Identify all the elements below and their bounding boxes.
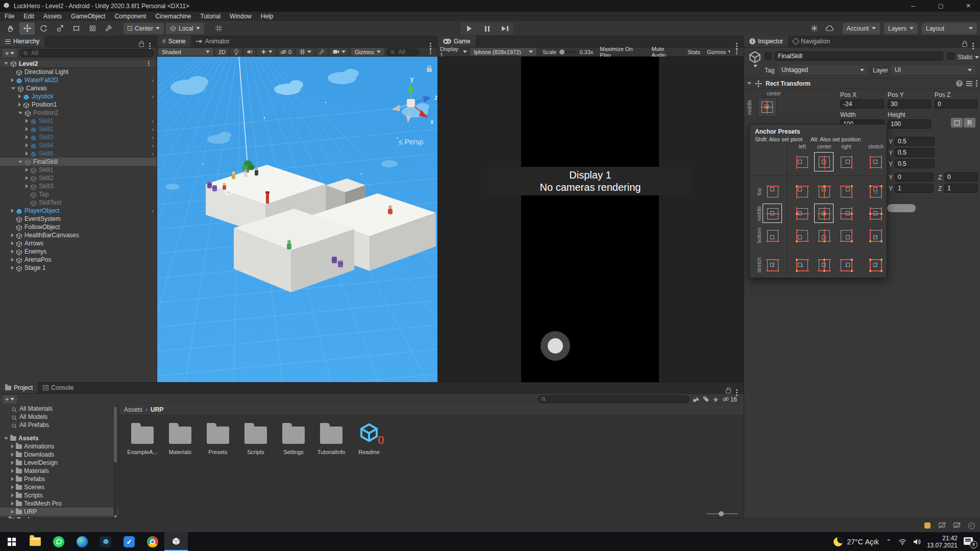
menu-item-help[interactable]: Help — [256, 12, 278, 21]
unity-taskbar-icon[interactable] — [164, 532, 188, 551]
layer-dropdown[interactable]: UI — [891, 65, 975, 74]
partial-button[interactable] — [887, 204, 916, 212]
anchor-preset-col-stretch[interactable]: ↔ — [867, 154, 885, 171]
rect-tool-icon[interactable] — [68, 22, 84, 35]
hierarchy-item-skill2[interactable]: Skill2› — [0, 125, 157, 133]
tray-expand-icon[interactable]: ⌃ — [886, 538, 891, 545]
maximize-on-play-button[interactable]: Maximize On Play — [596, 48, 645, 56]
anchor-thumbnail[interactable] — [757, 97, 777, 117]
anchor-preset-middle-stretch[interactable]: ↔ — [867, 205, 885, 222]
hierarchy-item-skill1[interactable]: Skill1› — [0, 117, 157, 125]
anchor-preset-top-center[interactable] — [816, 183, 833, 201]
action-center-icon[interactable]: 8 — [964, 537, 973, 546]
menu-item-tutorial[interactable]: Tutorial — [196, 12, 226, 21]
hierarchy-item-position2[interactable]: Position2 — [0, 109, 157, 117]
scale-slider[interactable] — [559, 52, 576, 53]
anchor-preset-row-bottom[interactable] — [764, 227, 781, 244]
anchor-preset-bottom-right[interactable] — [838, 227, 855, 244]
volume-icon[interactable] — [913, 538, 921, 545]
tab-inspector[interactable]: i Inspector — [744, 36, 788, 47]
pause-button[interactable] — [478, 22, 496, 35]
project-item-examplea-[interactable]: ExampleA... — [126, 422, 159, 455]
start-button[interactable] — [0, 532, 23, 551]
project-tree-assets-root[interactable]: Assets — [0, 434, 118, 442]
layers-dropdown[interactable]: Layers — [884, 23, 918, 34]
project-favorite-all-prefabs[interactable]: All Prefabs — [0, 421, 118, 429]
project-folder-downloads[interactable]: Downloads — [0, 450, 118, 459]
hierarchy-item-directional-light[interactable]: Directional Light — [0, 68, 157, 76]
collapse-arrow[interactable] — [11, 209, 14, 213]
stats-button[interactable]: Stats — [684, 48, 704, 56]
expand-arrow[interactable] — [4, 437, 8, 440]
hierarchy-search[interactable] — [19, 49, 154, 57]
undo-history-icon[interactable] — [807, 22, 822, 35]
hierarchy-item-eventsystem[interactable]: EventSystem — [0, 215, 157, 223]
anchor-preset-middle-right[interactable] — [838, 205, 855, 222]
anchor-preset-stretch-left[interactable]: ↕ — [794, 257, 811, 274]
hierarchy-item-skill1[interactable]: Skill1 — [0, 166, 157, 174]
hierarchy-item-finalskill[interactable]: FinalSkill — [0, 158, 157, 166]
hierarchy-item-healthbarcanvases[interactable]: HealthBarCanvases — [0, 231, 157, 239]
scene-visibility-toggle[interactable]: 0 — [278, 48, 294, 56]
project-item-settings[interactable]: Settings — [277, 422, 310, 455]
maximize-button[interactable]: ▢ — [929, 0, 952, 12]
mute-audio-button[interactable]: Mute Audio — [648, 48, 681, 56]
expand-arrow[interactable] — [11, 87, 15, 90]
anchor-preset-col-left[interactable] — [794, 154, 811, 171]
project-folder-urp[interactable]: URP — [0, 508, 118, 516]
anchor-preset-top-right[interactable] — [838, 183, 855, 201]
transform-tool-icon[interactable] — [85, 22, 100, 35]
project-folder-leveldesign[interactable]: LevelDesign — [0, 459, 118, 467]
check-app-icon[interactable]: ✓ — [117, 532, 141, 551]
anchor-y-field[interactable]: 0.5 — [895, 159, 935, 168]
project-menu-icon[interactable] — [736, 392, 738, 393]
collapse-arrow[interactable] — [11, 453, 14, 457]
pos-z-field[interactable]: 0 — [935, 99, 977, 109]
gizmos-dropdown[interactable]: Gizmos — [351, 48, 384, 56]
collapse-arrow[interactable] — [11, 469, 14, 473]
component-expand-arrow[interactable] — [747, 82, 751, 85]
wifi-icon[interactable] — [898, 539, 906, 545]
expand-arrow[interactable] — [18, 161, 22, 163]
project-item-scripts[interactable]: Scripts — [239, 422, 272, 455]
anchor-preset-stretch-center[interactable]: ↕ — [816, 257, 833, 274]
hidden-count[interactable]: 16 — [722, 396, 737, 403]
anchor-preset-top-left[interactable] — [794, 183, 811, 201]
search-by-type-icon[interactable] — [693, 396, 700, 403]
whatsapp-icon[interactable] — [47, 532, 70, 551]
rotation-y-field[interactable]: 0 — [895, 172, 934, 182]
file-explorer-icon[interactable] — [23, 532, 47, 551]
anchor-preset-bottom-center[interactable] — [816, 227, 833, 244]
effects-dropdown-icon[interactable] — [257, 48, 276, 56]
tab-hierarchy[interactable]: Hierarchy — [0, 36, 44, 47]
collab-off-icon[interactable] — [953, 522, 961, 529]
prefab-open-chevron[interactable]: › — [152, 134, 154, 140]
custom-tool-icon[interactable] — [101, 22, 116, 35]
scale-z-field[interactable]: 1 — [944, 184, 978, 193]
hierarchy-item-playerobject[interactable]: PlayerObject› — [0, 207, 157, 215]
project-item-presets[interactable]: Presets — [202, 422, 234, 455]
prefab-open-chevron[interactable]: › — [152, 118, 154, 124]
project-folder-scripts[interactable]: Scripts — [0, 491, 118, 499]
hierarchy-item-canvas[interactable]: Canvas — [0, 84, 157, 92]
hierarchy-item-skill5[interactable]: Skill5› — [0, 149, 157, 158]
active-checkbox[interactable] — [765, 53, 772, 60]
clock-widget[interactable]: 21:42 13.07.2021 — [927, 535, 958, 549]
move-tool-icon[interactable] — [19, 22, 35, 35]
raw-edit-button[interactable]: R — [964, 118, 975, 128]
prefab-open-chevron[interactable]: › — [152, 151, 154, 157]
collapse-arrow[interactable] — [26, 184, 28, 188]
anchor-preset-stretch-stretch[interactable]: ↔↕ — [867, 257, 885, 274]
menu-item-gameobject[interactable]: GameObject — [66, 12, 110, 21]
collapse-arrow[interactable] — [11, 510, 14, 514]
weather-widget[interactable]: 27°C Açık — [834, 537, 878, 546]
expand-arrow[interactable] — [18, 112, 22, 114]
project-item-tutorialinfo[interactable]: TutorialInfo — [315, 422, 348, 455]
anchor-preset-bottom-stretch[interactable]: ↔ — [867, 227, 885, 244]
presets-icon[interactable] — [966, 81, 972, 86]
hierarchy-item-joystick[interactable]: Joystick› — [0, 92, 157, 101]
hierarchy-item-stage-1[interactable]: Stage 1 — [0, 264, 157, 272]
hierarchy-item-position1[interactable]: Position1 — [0, 101, 157, 109]
scene-toolbar-menu-icon[interactable] — [430, 51, 431, 52]
edge-icon[interactable] — [70, 532, 94, 551]
